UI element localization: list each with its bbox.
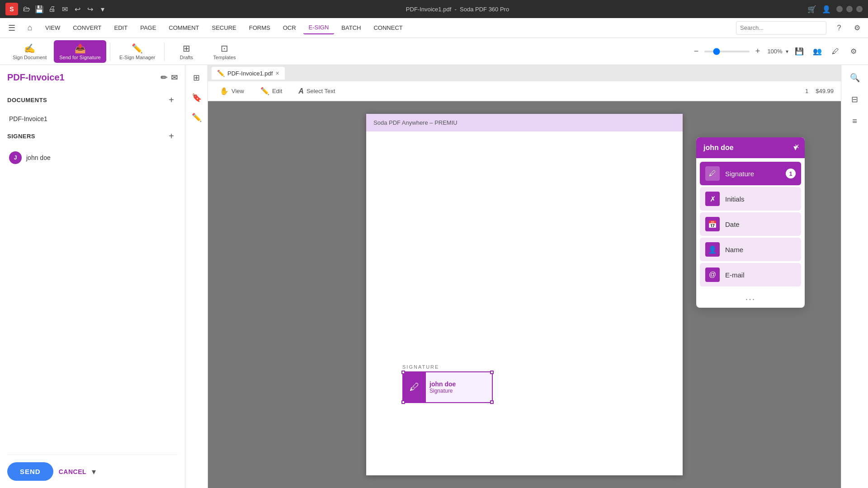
panel-date-label: Date — [725, 221, 740, 228]
add-document-button[interactable]: + — [165, 94, 178, 106]
resize-handle-br[interactable] — [490, 400, 494, 404]
send-signature-icon: 📤 — [75, 43, 86, 54]
user-icon[interactable]: 👤 — [822, 5, 831, 14]
panel-signature-badge: 1 — [786, 169, 796, 178]
panel-more-button[interactable]: ··· — [696, 290, 805, 308]
drafts-label: Drafts — [180, 55, 193, 60]
drafts-button[interactable]: ⊞ Drafts — [168, 40, 204, 63]
panel-settings-icon[interactable]: ⚙ — [846, 44, 861, 59]
panel-email-icon: @ — [705, 267, 720, 282]
templates-button[interactable]: ⊡ Templates — [206, 40, 242, 63]
select-text-label: Select Text — [307, 88, 335, 94]
redo-icon[interactable]: ↪ — [85, 4, 95, 14]
panel-email-item[interactable]: @ E-mail — [700, 263, 801, 286]
print-icon[interactable]: 🖨 — [47, 4, 57, 14]
menu-convert[interactable]: CONVERT — [67, 22, 107, 34]
tab-label: PDF-Invoice1.pdf — [227, 70, 273, 77]
panel-signature-icon: 🖊 — [705, 166, 720, 181]
minimize-button[interactable]: ─ — [836, 6, 843, 12]
dropdown-icon[interactable]: ▾ — [98, 4, 108, 14]
menu-forms[interactable]: FORMS — [244, 22, 276, 34]
hamburger-menu[interactable]: ☰ — [4, 20, 20, 36]
close-button[interactable]: × — [856, 6, 863, 12]
right-search-icon[interactable]: 🔍 — [846, 69, 864, 87]
signature-area[interactable]: SIGNATURE 🖊 john doe Signature — [402, 364, 493, 403]
menu-secure[interactable]: SECURE — [207, 22, 242, 34]
panel-name-label: Name — [725, 246, 743, 253]
zoom-level: 100% — [766, 48, 784, 55]
select-text-button[interactable]: A Select Text — [294, 84, 340, 98]
settings-icon[interactable]: ⚙ — [850, 21, 864, 35]
panel-signature-label: Signature — [725, 170, 754, 178]
document-item[interactable]: PDF-Invoice1 — [7, 112, 178, 126]
signers-section-header: SIGNERS + — [7, 130, 178, 142]
edit-doc-icon[interactable]: ✏ — [160, 73, 167, 83]
edit-tool-button[interactable]: ✏️ Edit — [256, 84, 287, 98]
menu-bar: ☰ ⌂ VIEW CONVERT EDIT PAGE COMMENT SECUR… — [0, 18, 868, 38]
resize-handle-bl[interactable] — [401, 400, 405, 404]
edit-pen-icon: ✏️ — [260, 87, 269, 95]
email-icon[interactable]: ✉ — [60, 4, 70, 14]
main-layout: PDF-Invoice1 ✏ ✉ DOCUMENTS + PDF-Invoice… — [0, 65, 868, 488]
send-button[interactable]: SEND — [7, 462, 53, 481]
expand-button[interactable]: ▾ — [92, 467, 96, 477]
right-layout-icon[interactable]: ⊟ — [846, 90, 864, 108]
menu-page[interactable]: PAGE — [135, 22, 161, 34]
layout-icon[interactable]: ⊞ — [188, 69, 206, 87]
zoom-slider[interactable] — [704, 51, 750, 52]
email-doc-icon[interactable]: ✉ — [171, 73, 178, 83]
cart-icon[interactable]: 🛒 — [807, 5, 816, 14]
open-folder-icon[interactable]: 🗁 — [22, 4, 32, 14]
panel-close-button[interactable]: × — [794, 142, 799, 151]
save-icon[interactable]: 💾 — [34, 4, 44, 14]
menu-connect[interactable]: CONNECT — [368, 22, 408, 34]
panel-initials-item[interactable]: ✗ Initials — [700, 187, 801, 211]
people-icon[interactable]: 👥 — [810, 44, 825, 59]
save-toolbar-icon[interactable]: 💾 — [792, 44, 807, 59]
left-sidebar: PDF-Invoice1 ✏ ✉ DOCUMENTS + PDF-Invoice… — [0, 65, 185, 488]
undo-icon[interactable]: ↩ — [72, 4, 82, 14]
doc-title-icons: ✏ ✉ — [160, 73, 178, 83]
signature-box[interactable]: 🖊 john doe Signature — [402, 371, 493, 403]
search-input[interactable] — [736, 21, 826, 35]
maximize-button[interactable]: □ — [846, 6, 853, 12]
panel-date-item[interactable]: 📅 Date — [700, 212, 801, 236]
esign-manager-label: E-Sign Manager — [119, 55, 156, 60]
menu-ocr[interactable]: OCR — [278, 22, 302, 34]
page-number: 1 — [805, 88, 808, 94]
menu-comment[interactable]: COMMENT — [163, 22, 204, 34]
view-tool-button[interactable]: ✋ View — [215, 84, 249, 98]
right-settings-icon[interactable]: ≡ — [846, 112, 864, 130]
send-for-signature-button[interactable]: 📤 Send for Signature — [54, 40, 106, 63]
signers-label: SIGNERS — [7, 133, 35, 140]
document-tab[interactable]: ✏️ PDF-Invoice1.pdf × — [212, 67, 285, 80]
panel-name-item[interactable]: 👤 Name — [700, 238, 801, 261]
panel-signature-item[interactable]: 🖊 Signature 1 — [700, 162, 801, 185]
pen-icon[interactable]: 🖊 — [828, 44, 843, 59]
help-icon[interactable]: ? — [832, 21, 846, 35]
drafts-icon: ⊞ — [183, 43, 190, 54]
resize-handle-tr[interactable] — [490, 371, 494, 374]
tab-close-button[interactable]: × — [275, 70, 279, 77]
zoom-in-button[interactable]: + — [751, 45, 764, 58]
menu-batch[interactable]: BATCH — [336, 22, 366, 34]
signature-icon-area: 🖊 — [403, 372, 426, 402]
signer-item[interactable]: J john doe — [7, 148, 178, 168]
toolbar-separator-2 — [164, 42, 165, 61]
home-button[interactable]: ⌂ — [22, 20, 38, 36]
menu-esign[interactable]: E-SIGN — [303, 21, 335, 34]
menu-edit[interactable]: EDIT — [109, 22, 133, 34]
sign-document-button[interactable]: ✍ Sign Document — [7, 40, 52, 63]
sign-document-icon: ✍ — [24, 43, 35, 54]
add-signer-button[interactable]: + — [165, 130, 178, 142]
pen-draw-icon[interactable]: ✏️ — [188, 108, 206, 127]
zoom-out-button[interactable]: − — [690, 45, 703, 58]
cancel-button[interactable]: CANCEL — [59, 468, 86, 475]
menu-view[interactable]: VIEW — [40, 22, 66, 34]
menu-bar-right: ? ⚙ — [832, 21, 864, 35]
resize-handle-tl[interactable] — [401, 371, 405, 374]
esign-manager-button[interactable]: ✏️ E-Sign Manager — [114, 40, 161, 63]
bookmark-icon[interactable]: 🔖 — [188, 89, 206, 107]
send-signature-label: Send for Signature — [59, 55, 101, 60]
zoom-dropdown[interactable]: ▾ — [786, 48, 788, 55]
